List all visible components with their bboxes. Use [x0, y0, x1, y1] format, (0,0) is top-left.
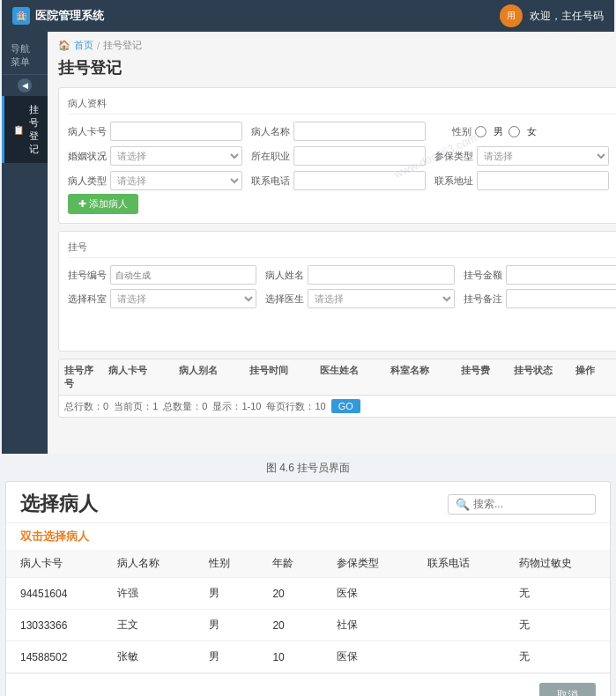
- registration-icon: 📋: [13, 125, 24, 135]
- col-patient-gender: 性别: [195, 550, 258, 578]
- marital-select[interactable]: 请选择: [110, 146, 242, 166]
- sidebar: 导航菜单 ◀ 📋 挂号登记: [2, 32, 48, 454]
- select-patient-header: 选择病人 🔍: [6, 482, 610, 523]
- patient-form-grid: 病人卡号 病人名称 性别 男 女: [68, 122, 616, 190]
- address-field: 联系地址: [434, 171, 609, 190]
- doctor-field: 选择医生 请选择: [265, 289, 454, 308]
- patient-info-title: 病人资料: [68, 97, 616, 115]
- col-reg-no: 挂号序号: [59, 359, 103, 395]
- collapse-button[interactable]: ◀: [18, 78, 32, 93]
- doctor-select[interactable]: 请选择: [308, 289, 454, 308]
- patient-name-label: 病人名称: [251, 125, 290, 138]
- reg-no-label: 挂号编号: [68, 269, 107, 282]
- patient-name-field: 病人名称: [251, 122, 426, 141]
- col-patient-phone: 联系电话: [413, 550, 505, 578]
- col-patient-name: 病人名称: [103, 550, 195, 578]
- reg-patient-name-label: 病人姓名: [265, 269, 304, 282]
- card-no-label: 病人卡号: [68, 125, 107, 138]
- insurance-select[interactable]: 请选择: [477, 146, 609, 166]
- total-rows: 总行数：0: [64, 400, 108, 413]
- patient-type-field: 病人类型 请选择: [68, 171, 242, 190]
- dept-label: 选择科室: [68, 292, 107, 306]
- col-patient-insurance: 参保类型: [323, 550, 414, 578]
- col-patient-age: 年龄: [258, 550, 322, 578]
- reg-no-input[interactable]: [110, 265, 256, 285]
- registration-title: 挂号: [68, 241, 616, 258]
- patient-info-panel: www.doc163.com 病人资料 病人卡号 病人名称 性别: [58, 87, 616, 224]
- col-card-no: 病人卡号: [103, 359, 174, 395]
- dept-field: 选择科室 请选择: [68, 289, 256, 308]
- patient-type-select[interactable]: 请选择: [110, 171, 242, 190]
- total-pages: 总数量：0: [163, 400, 207, 413]
- phone-label: 联系电话: [251, 174, 290, 188]
- breadcrumb-home[interactable]: 首页: [74, 39, 93, 52]
- breadcrumb: 🏠 首页 / 挂号登记: [58, 39, 616, 52]
- phone-field: 联系电话: [251, 171, 426, 190]
- gender-radio-group: 男 女: [475, 125, 537, 138]
- gender-label: 性别: [434, 125, 471, 138]
- select-patient-panel: 选择病人 🔍 双击选择病人 病人卡号 病人名称 性别 年龄 参保类型 联系电话 …: [5, 481, 611, 696]
- go-button[interactable]: GO: [331, 399, 360, 413]
- insurance-label: 参保类型: [434, 150, 473, 163]
- table-row[interactable]: 14588502张敏男10医保无: [6, 641, 610, 673]
- reg-patient-name-field: 病人姓名: [265, 265, 454, 285]
- remark-input[interactable]: [506, 289, 616, 308]
- occupation-field: 所在职业: [251, 146, 426, 166]
- main-layout: 导航菜单 ◀ 📋 挂号登记 🏠 首页 / 挂号登记 挂号登记 www.doc16…: [2, 32, 614, 454]
- pagination: 总行数：0 当前页：1 总数量：0 显示：1-10 每页行数：10 GO: [59, 396, 616, 417]
- add-patient-button[interactable]: ✚ 添加病人: [68, 194, 138, 214]
- col-status: 挂号状态: [508, 359, 570, 395]
- col-doctor: 医生姓名: [315, 359, 385, 395]
- table-row[interactable]: 13033366王文男20社保无: [6, 610, 610, 641]
- address-label: 联系地址: [434, 174, 473, 188]
- avatar: 用: [500, 4, 523, 27]
- main-content: 🏠 首页 / 挂号登记 挂号登记 www.doc163.com 病人资料 病人卡…: [48, 32, 616, 454]
- bottom-buttons: ✚ 挂号 🖨 查询历史记录: [58, 423, 616, 447]
- user-name: 欢迎，主任号码: [530, 9, 604, 24]
- figure1-caption: 图 4.6 挂号员界面: [2, 454, 614, 481]
- app-title: 医院管理系统: [35, 8, 104, 24]
- patient-name-input[interactable]: [293, 122, 426, 141]
- user-info: 用 欢迎，主任号码: [500, 4, 604, 27]
- gender-female-label: 女: [527, 125, 537, 138]
- reg-no-field: 挂号编号: [68, 265, 256, 285]
- sidebar-item-registration[interactable]: 📋 挂号登记: [2, 96, 48, 163]
- breadcrumb-icon: 🏠: [58, 40, 71, 51]
- dept-select[interactable]: 请选择: [110, 289, 256, 308]
- col-patient-allergy: 药物过敏史: [505, 550, 610, 578]
- card-no-field: 病人卡号: [68, 122, 242, 141]
- registration-table: 挂号序号 病人卡号 病人别名 挂号时间 医生姓名 科室名称 挂号费 挂号状态 操…: [58, 359, 616, 418]
- card-no-input[interactable]: [110, 122, 242, 141]
- page-title: 挂号登记: [58, 57, 616, 78]
- address-input[interactable]: [477, 171, 609, 190]
- phone-input[interactable]: [293, 171, 426, 190]
- sidebar-title: 导航菜单: [2, 37, 48, 75]
- remark-field: 挂号备注: [464, 289, 616, 308]
- col-fee: 挂号费: [456, 359, 508, 395]
- gender-male-radio[interactable]: [475, 126, 486, 137]
- search-input[interactable]: [473, 498, 588, 510]
- cancel-button[interactable]: 取消: [539, 683, 596, 696]
- search-icon: 🔍: [456, 498, 470, 511]
- amount-input[interactable]: [506, 265, 616, 285]
- amount-label: 挂号金额: [464, 269, 502, 282]
- amount-field: 挂号金额: [464, 265, 616, 285]
- page-range: 显示：1-10: [212, 400, 261, 413]
- reg-patient-name-input[interactable]: [308, 265, 454, 285]
- doctor-label: 选择医生: [265, 292, 304, 306]
- table-row[interactable]: 94451604许强男20医保无: [6, 578, 610, 610]
- col-time: 挂号时间: [244, 359, 315, 395]
- occupation-label: 所在职业: [251, 150, 290, 163]
- gender-female-radio[interactable]: [508, 126, 520, 137]
- occupation-input[interactable]: [293, 146, 426, 166]
- patient-table-body: 94451604许强男20医保无13033366王文男20社保无14588502…: [6, 578, 610, 673]
- col-patient-card: 病人卡号: [6, 550, 103, 578]
- logo-icon: 🏥: [12, 7, 30, 25]
- app-logo: 🏥 医院管理系统: [12, 7, 104, 25]
- breadcrumb-sep: /: [97, 41, 100, 51]
- search-box: 🔍: [448, 494, 596, 515]
- remark-label: 挂号备注: [464, 292, 502, 306]
- marital-field: 婚姻状况 请选择: [68, 146, 242, 166]
- select-patient-title: 选择病人: [20, 491, 98, 517]
- col-alias: 病人别名: [174, 359, 244, 395]
